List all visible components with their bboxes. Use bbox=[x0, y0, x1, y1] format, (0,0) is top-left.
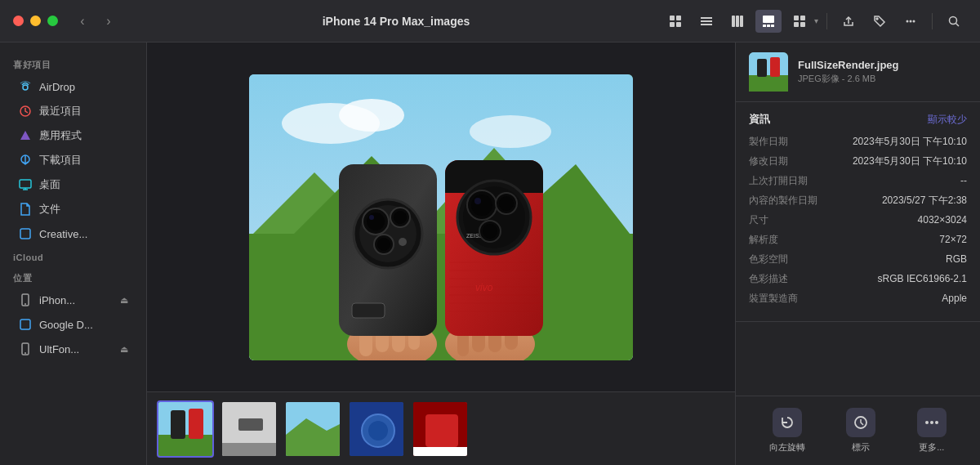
toolbar-separator-2 bbox=[932, 13, 933, 29]
svg-rect-5 bbox=[701, 20, 712, 22]
info-value-size: 4032×3024 bbox=[822, 214, 967, 226]
thumbnail-2[interactable] bbox=[220, 400, 278, 458]
thumbnail-3[interactable] bbox=[284, 400, 341, 458]
info-row-colorprofile: 色彩描述 sRGB IEC61966-2.1 bbox=[749, 272, 967, 286]
markup-label: 標示 bbox=[852, 441, 870, 454]
svg-rect-29 bbox=[20, 180, 31, 188]
markup-button[interactable]: 標示 bbox=[846, 408, 875, 454]
svg-rect-102 bbox=[413, 447, 469, 458]
sidebar-item-ultfon-label: UltFon... bbox=[39, 343, 79, 355]
info-value-colorspace: RGB bbox=[822, 253, 967, 265]
inspector-header: FullSizeRender.jpeg JPEG影像 - 2.6 MB bbox=[736, 42, 980, 102]
info-value-last-opened: -- bbox=[822, 175, 967, 186]
svg-rect-90 bbox=[171, 410, 185, 439]
sidebar-item-airdrop-label: AirDrop bbox=[39, 81, 75, 93]
thumbnail-5[interactable] bbox=[412, 400, 469, 458]
search-button[interactable] bbox=[941, 10, 967, 33]
view-more-dropdown[interactable]: ▾ bbox=[786, 10, 818, 33]
thumbnail-4[interactable] bbox=[348, 400, 405, 458]
thumb-img-1 bbox=[158, 402, 212, 456]
svg-point-60 bbox=[369, 215, 374, 220]
locations-section-label: 位置 bbox=[0, 266, 146, 288]
section-header: 資訊 顯示較少 bbox=[749, 112, 967, 127]
svg-point-110 bbox=[935, 421, 938, 424]
view-grid-button[interactable] bbox=[662, 10, 688, 33]
share-button[interactable] bbox=[835, 10, 862, 33]
svg-point-21 bbox=[910, 20, 912, 22]
svg-point-62 bbox=[394, 211, 407, 224]
svg-rect-104 bbox=[749, 75, 788, 92]
info-value-colorprofile: sRGB IEC61966-2.1 bbox=[822, 273, 967, 284]
info-value-resolution: 72×72 bbox=[822, 234, 967, 245]
creative-icon bbox=[18, 226, 33, 241]
sidebar-item-docs[interactable]: 文件 bbox=[5, 198, 141, 221]
info-label-content-date: 內容的製作日期 bbox=[749, 194, 822, 208]
sidebar-item-apps[interactable]: 應用程式 bbox=[5, 124, 141, 147]
sidebar-item-airdrop[interactable]: AirDrop bbox=[5, 75, 141, 98]
rotate-button[interactable]: 向左旋轉 bbox=[769, 408, 805, 454]
close-button[interactable] bbox=[13, 16, 24, 26]
info-row-manufacturer: 裝置製造商 Apple bbox=[749, 292, 967, 306]
inspector-actions: 向左旋轉 標示 更多... bbox=[736, 396, 980, 465]
view-more-button[interactable] bbox=[786, 10, 813, 33]
dropdown-chevron-icon: ▾ bbox=[814, 16, 818, 25]
svg-rect-17 bbox=[800, 22, 805, 27]
svg-rect-44 bbox=[249, 234, 633, 360]
thumbnail-1[interactable] bbox=[157, 400, 214, 458]
sidebar-item-google[interactable]: Google D... bbox=[5, 313, 141, 336]
svg-point-38 bbox=[339, 99, 404, 132]
svg-point-59 bbox=[367, 212, 385, 230]
info-value-content-date: 2023/5/27 下午2:38 bbox=[822, 194, 967, 208]
sidebar-item-creative[interactable]: Creative... bbox=[5, 222, 141, 245]
sidebar-item-downloads[interactable]: 下載項目 bbox=[5, 149, 141, 172]
thumb-img-4 bbox=[350, 402, 403, 456]
minimize-button[interactable] bbox=[30, 16, 41, 26]
svg-text:vivo: vivo bbox=[475, 282, 493, 293]
svg-point-22 bbox=[913, 20, 915, 22]
more-options-button[interactable] bbox=[898, 10, 924, 33]
svg-point-39 bbox=[470, 115, 551, 148]
svg-point-73 bbox=[471, 194, 492, 216]
sidebar-item-desktop-label: 桌面 bbox=[39, 177, 60, 192]
view-gallery-button[interactable] bbox=[755, 10, 782, 33]
svg-rect-89 bbox=[158, 435, 214, 458]
more-actions-icon bbox=[917, 408, 947, 437]
tag-button[interactable] bbox=[866, 10, 893, 33]
info-value-modified: 2023年5月30日 下午10:10 bbox=[822, 154, 967, 168]
markup-icon bbox=[846, 408, 875, 437]
sidebar-item-creative-label: Creative... bbox=[39, 228, 87, 240]
info-row-content-date: 內容的製作日期 2023/5/27 下午2:38 bbox=[749, 194, 967, 208]
sidebar-item-recent-label: 最近項目 bbox=[39, 104, 82, 118]
fullscreen-button[interactable] bbox=[47, 16, 58, 26]
svg-rect-9 bbox=[740, 16, 743, 27]
back-button[interactable]: ‹ bbox=[71, 10, 94, 33]
nav-buttons: ‹ › bbox=[71, 10, 120, 33]
info-row-resolution: 解析度 72×72 bbox=[749, 233, 967, 247]
info-row-colorspace: 色彩空間 RGB bbox=[749, 253, 967, 266]
file-thumbnail bbox=[749, 52, 788, 92]
view-list-button[interactable] bbox=[693, 10, 719, 33]
sidebar-item-apps-label: 應用程式 bbox=[39, 128, 82, 143]
info-label-last-opened: 上次打開日期 bbox=[749, 174, 822, 188]
svg-point-19 bbox=[876, 18, 878, 20]
sidebar-item-desktop[interactable]: 桌面 bbox=[5, 173, 141, 196]
toolbar-icons: ▾ bbox=[662, 10, 967, 33]
svg-rect-8 bbox=[736, 16, 739, 27]
eject-icon-ultfon[interactable]: ⏏ bbox=[120, 344, 128, 355]
svg-line-24 bbox=[956, 23, 960, 26]
svg-point-64 bbox=[377, 238, 390, 251]
sidebar-item-ultfon[interactable]: UltFon... ⏏ bbox=[5, 338, 141, 360]
svg-point-25 bbox=[23, 85, 28, 90]
sidebar-item-iphone[interactable]: iPhon... ⏏ bbox=[5, 288, 141, 311]
sidebar-item-recent[interactable]: 最近項目 bbox=[5, 100, 141, 123]
view-column-button[interactable] bbox=[724, 10, 751, 33]
apps-icon bbox=[18, 128, 33, 143]
more-actions-button[interactable]: 更多... bbox=[917, 408, 947, 454]
eject-icon-iphone[interactable]: ⏏ bbox=[120, 295, 128, 306]
rotate-label: 向左旋轉 bbox=[769, 441, 805, 454]
forward-button[interactable]: › bbox=[97, 10, 120, 33]
file-meta: JPEG影像 - 2.6 MB bbox=[798, 73, 967, 85]
svg-point-74 bbox=[474, 198, 481, 204]
sidebar-item-downloads-label: 下載項目 bbox=[39, 153, 82, 168]
show-less-button[interactable]: 顯示較少 bbox=[928, 113, 967, 127]
